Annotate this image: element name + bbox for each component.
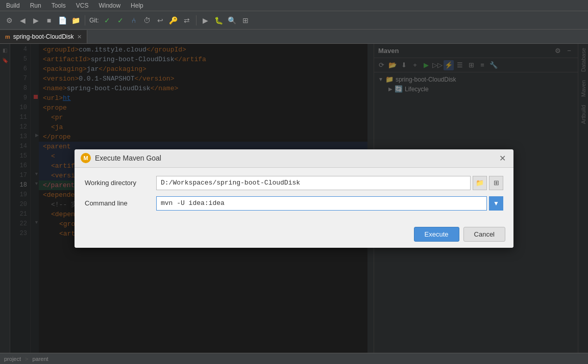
settings-icon[interactable]: ⊞: [240, 15, 251, 25]
git-label: Git:: [89, 17, 99, 24]
tab-icon: m: [5, 34, 10, 40]
dialog-header: M Execute Maven Goal ✕: [75, 149, 513, 168]
tab-close-icon[interactable]: ✕: [77, 34, 82, 40]
menu-build[interactable]: Build: [4, 2, 22, 9]
menu-vcs[interactable]: VCS: [74, 2, 91, 9]
forward-icon[interactable]: ▶: [31, 15, 41, 25]
command-line-label: Command line: [85, 199, 156, 207]
working-directory-browse-icon[interactable]: 📁: [473, 176, 487, 190]
command-line-input[interactable]: [156, 196, 487, 211]
command-line-dropdown-icon[interactable]: ▼: [489, 196, 503, 211]
toolbar: ⚙ ◀ ▶ ■ 📄 📁 Git: ✓ ✓ ⑃ ⏱ ↩ 🔑 ⇄ ▶ 🐛 🔍 ⊞: [0, 11, 588, 30]
working-directory-field: Working directory 📁 ⊞: [85, 176, 503, 190]
stop-icon[interactable]: ■: [44, 15, 54, 25]
bottom-bar: project > parent: [0, 353, 588, 364]
dialog-maven-icon: M: [81, 153, 91, 163]
breadcrumb-sep1: >: [25, 356, 28, 362]
file-icon[interactable]: 📄: [57, 15, 67, 25]
dialog-body: Working directory 📁 ⊞ Command line ▼: [75, 168, 513, 223]
menu-help[interactable]: Help: [129, 2, 145, 9]
dialog-footer: Execute Cancel: [75, 223, 513, 248]
dialog-title: Execute Maven Goal: [95, 154, 161, 162]
run-icon[interactable]: ▶: [201, 15, 211, 25]
sep1: [85, 15, 85, 25]
tab-bar: m spring-boot-CloudDisk ✕: [0, 30, 588, 44]
git-check-icon[interactable]: ✓: [102, 15, 112, 25]
working-directory-input[interactable]: [156, 176, 471, 190]
git-clock-icon[interactable]: ⏱: [142, 15, 152, 25]
breadcrumb-project: project: [4, 356, 21, 362]
breadcrumb-parent: parent: [32, 356, 48, 362]
sep2: [196, 15, 197, 25]
command-line-input-row: ▼: [156, 196, 503, 211]
cancel-button[interactable]: Cancel: [463, 227, 505, 242]
working-directory-open-icon[interactable]: ⊞: [489, 176, 503, 190]
git-undo-icon[interactable]: ↩: [155, 15, 165, 25]
file2-icon[interactable]: 📁: [70, 15, 81, 25]
git-branch-icon[interactable]: ⑃: [129, 15, 139, 25]
main-area: ◧ 🔖 4 5 6 7 8 9 10 11 12 13 14 15 16 17 …: [0, 44, 588, 353]
menu-tools[interactable]: Tools: [50, 2, 68, 9]
git-check2-icon[interactable]: ✓: [115, 15, 126, 25]
dialog-overlay: M Execute Maven Goal ✕ Working directory…: [0, 44, 588, 353]
execute-button[interactable]: Execute: [414, 227, 459, 242]
git-merge-icon[interactable]: ⇄: [182, 15, 192, 25]
menu-window[interactable]: Window: [96, 2, 122, 9]
search-icon[interactable]: 🔍: [227, 15, 237, 25]
menu-bar: Build Run Tools VCS Window Help: [0, 0, 588, 11]
dialog-title-row: M Execute Maven Goal: [81, 153, 161, 163]
git-key-icon[interactable]: 🔑: [168, 15, 179, 25]
build-icon[interactable]: ⚙: [4, 15, 14, 25]
dialog-close-button[interactable]: ✕: [497, 153, 507, 163]
tab-label: spring-boot-CloudDisk: [13, 33, 74, 40]
execute-maven-dialog: M Execute Maven Goal ✕ Working directory…: [75, 149, 513, 248]
debug-icon[interactable]: 🐛: [214, 15, 224, 25]
working-directory-input-row: 📁 ⊞: [156, 176, 503, 190]
menu-run[interactable]: Run: [28, 2, 43, 9]
command-line-field: Command line ▼: [85, 196, 503, 211]
working-directory-label: Working directory: [85, 179, 156, 187]
back-icon[interactable]: ◀: [17, 15, 28, 25]
tab-spring-boot-clouddisk[interactable]: m spring-boot-CloudDisk ✕: [0, 30, 87, 43]
